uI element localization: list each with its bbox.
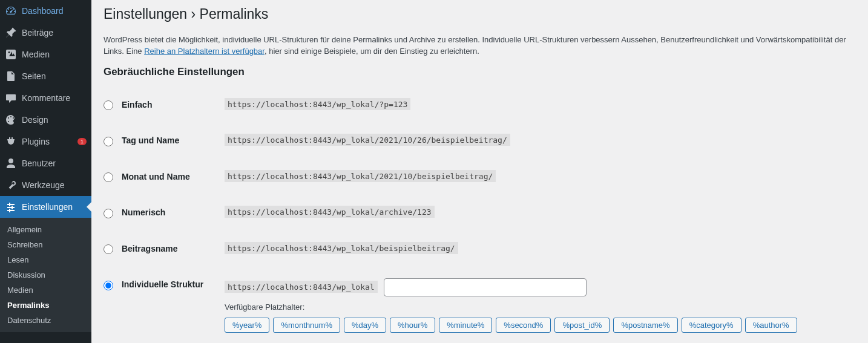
- example-custom-base: https://localhost:8443/wp_lokal: [225, 281, 378, 293]
- main-content: Einstellungen › Permalinks WordPress bie…: [91, 0, 868, 343]
- common-settings-heading: Gebräuchliche Einstellungen: [104, 66, 856, 78]
- submenu-discussion[interactable]: Diskussion: [0, 267, 91, 283]
- sidebar-item-comments[interactable]: Kommentare: [0, 87, 91, 109]
- sidebar-item-label: Werkzeuge: [22, 180, 87, 191]
- example-numeric: https://localhost:8443/wp_lokal/archive/…: [225, 206, 435, 218]
- radio-numeric[interactable]: [104, 209, 113, 218]
- sidebar-item-settings[interactable]: Einstellungen: [0, 196, 91, 218]
- tag-minute-button[interactable]: %minute%: [439, 318, 492, 333]
- comments-icon: [5, 92, 17, 104]
- option-month-name[interactable]: Monat und Name: [104, 171, 190, 182]
- sidebar-item-dashboard[interactable]: Dashboard: [0, 0, 91, 22]
- tag-year-button[interactable]: %year%: [225, 318, 269, 333]
- radio-custom[interactable]: [104, 281, 113, 290]
- pages-icon: [5, 70, 17, 82]
- sidebar-item-media[interactable]: Medien: [0, 44, 91, 65]
- submenu-permalinks[interactable]: Permalinks: [0, 298, 91, 313]
- settings-submenu: Allgemein Schreiben Lesen Diskussion Med…: [0, 218, 91, 332]
- radio-simple[interactable]: [104, 100, 113, 110]
- tools-icon: [5, 179, 17, 191]
- sidebar-item-posts[interactable]: Beiträge: [0, 22, 91, 44]
- settings-icon: [5, 201, 17, 213]
- users-icon: [5, 157, 17, 169]
- permalink-options-table: Einfach https://localhost:8443/wp_lokal/…: [104, 87, 856, 343]
- option-simple[interactable]: Einfach: [104, 99, 152, 110]
- sidebar-item-users[interactable]: Benutzer: [0, 152, 91, 174]
- intro-paragraph: WordPress bietet die Möglichkeit, indivi…: [104, 34, 856, 57]
- example-month-name: https://localhost:8443/wp_lokal/2021/10/…: [225, 170, 496, 182]
- tag-monthnum-button[interactable]: %monthnum%: [273, 318, 340, 333]
- appearance-icon: [5, 114, 17, 126]
- sidebar-item-plugins[interactable]: Plugins 1: [0, 131, 91, 152]
- update-count-badge: 1: [77, 138, 87, 146]
- tag-postid-button[interactable]: %post_id%: [554, 318, 610, 333]
- submenu-privacy[interactable]: Datenschutz: [0, 313, 91, 328]
- admin-sidebar: Dashboard Beiträge Medien Seiten Komment…: [0, 0, 91, 343]
- tag-category-button[interactable]: %category%: [682, 318, 741, 333]
- sidebar-item-label: Plugins: [22, 136, 75, 147]
- example-postname: https://localhost:8443/wp_lokal/beispiel…: [225, 242, 458, 254]
- sidebar-item-label: Kommentare: [22, 93, 87, 103]
- radio-day-name[interactable]: [104, 137, 113, 146]
- sidebar-item-label: Beiträge: [22, 27, 87, 38]
- sidebar-item-label: Benutzer: [22, 158, 87, 169]
- custom-structure-input[interactable]: [384, 278, 587, 296]
- page-title: Einstellungen › Permalinks: [104, 0, 856, 26]
- dashboard-icon: [5, 5, 17, 17]
- sidebar-item-appearance[interactable]: Design: [0, 109, 91, 131]
- example-day-name: https://localhost:8443/wp_lokal/2021/10/…: [225, 134, 510, 146]
- tag-day-button[interactable]: %day%: [344, 318, 386, 333]
- tag-author-button[interactable]: %author%: [745, 318, 797, 333]
- example-simple: https://localhost:8443/wp_lokal/?p=123: [225, 98, 410, 110]
- submenu-writing[interactable]: Schreiben: [0, 237, 91, 252]
- placeholders-docs-link[interactable]: Reihe an Platzhaltern ist verfügbar: [144, 47, 265, 56]
- sidebar-item-label: Einstellungen: [22, 201, 87, 212]
- radio-postname[interactable]: [104, 244, 113, 254]
- media-icon: [5, 48, 17, 60]
- sidebar-item-label: Dashboard: [22, 5, 87, 16]
- option-day-name[interactable]: Tag und Name: [104, 135, 179, 146]
- submenu-general[interactable]: Allgemein: [0, 222, 91, 237]
- pin-icon: [5, 27, 17, 39]
- option-custom[interactable]: Individuelle Struktur: [104, 279, 203, 290]
- radio-month-name[interactable]: [104, 172, 113, 182]
- tag-hour-button[interactable]: %hour%: [390, 318, 435, 333]
- sidebar-item-label: Seiten: [22, 71, 87, 82]
- submenu-reading[interactable]: Lesen: [0, 252, 91, 267]
- available-placeholders-label: Verfügbare Platzhalter:: [225, 302, 850, 313]
- sidebar-item-pages[interactable]: Seiten: [0, 65, 91, 87]
- submenu-media[interactable]: Medien: [0, 283, 91, 298]
- sidebar-item-tools[interactable]: Werkzeuge: [0, 174, 91, 196]
- option-numeric[interactable]: Numerisch: [104, 207, 165, 218]
- tag-second-button[interactable]: %second%: [496, 318, 551, 333]
- option-postname[interactable]: Beitragsname: [104, 243, 177, 254]
- sidebar-item-label: Medien: [22, 49, 87, 60]
- sidebar-item-label: Design: [22, 114, 87, 125]
- plugins-icon: [5, 136, 17, 148]
- placeholder-buttons: %year% %monthnum% %day% %hour% %minute% …: [225, 318, 850, 333]
- tag-postname-button[interactable]: %postname%: [613, 318, 677, 333]
